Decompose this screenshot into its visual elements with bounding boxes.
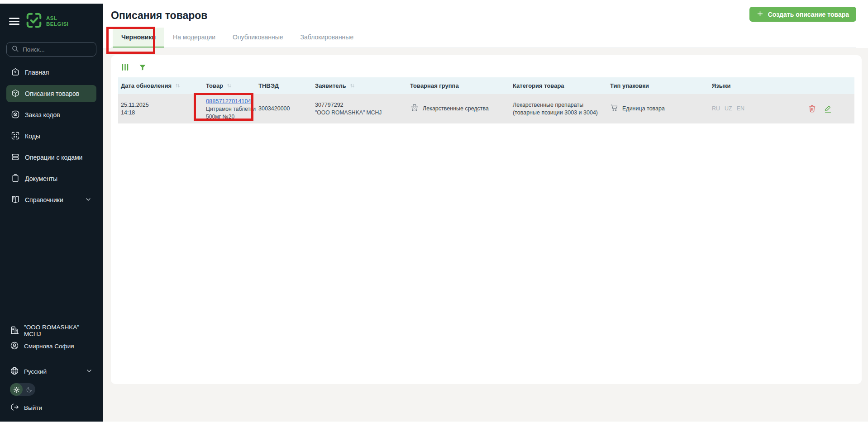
cell-applicant: 307797292 "OOO ROMASHKA" MCHJ: [312, 98, 407, 119]
table-row[interactable]: 25.11.2025 14:18 08857127014104 Цитрамон…: [118, 94, 854, 123]
edit-icon[interactable]: [824, 104, 832, 113]
cell-product-group: Лекарственные средства: [407, 100, 510, 118]
user-icon: [10, 341, 19, 351]
column-header-product[interactable]: Товар: [203, 82, 256, 89]
dots-grid-icon: [11, 131, 20, 142]
language-badge-uz: UZ: [725, 105, 732, 113]
product-name: Цитрамон таблетки 500мг №20: [206, 105, 257, 120]
company-name: "OOO ROMASHKA" MCHJ: [24, 324, 93, 337]
column-header-languages: Языки: [709, 82, 807, 89]
light-theme-sun-icon[interactable]: [10, 383, 23, 396]
search-icon: [11, 45, 19, 54]
app-screenshot: ASL BELGISI Главная Описания то: [0, 0, 868, 427]
sidebar-item-code-orders[interactable]: Заказ кодов: [6, 106, 96, 123]
logout-icon: [10, 403, 19, 413]
chevron-down-icon: [86, 367, 93, 376]
row-date: 25.11.2025: [121, 101, 199, 109]
column-header-package-type: Тип упаковки: [607, 82, 709, 89]
app-frame: ASL BELGISI Главная Описания то: [0, 4, 868, 422]
company-item[interactable]: "OOO ROMASHKA" MCHJ: [6, 323, 96, 338]
language-selector[interactable]: Русский: [6, 364, 96, 379]
search-input[interactable]: [23, 46, 91, 53]
plus-icon: [757, 10, 763, 19]
sidebar-item-directories[interactable]: Справочники: [6, 191, 96, 209]
cart-icon: [610, 104, 619, 114]
sidebar-header: ASL BELGISI: [6, 10, 96, 31]
cell-category: Лекарственные препараты (товарные позици…: [510, 98, 607, 120]
theme-toggle[interactable]: [10, 383, 35, 396]
logo-text: ASL BELGISI: [46, 15, 69, 27]
sort-icon[interactable]: [175, 83, 181, 89]
tab-on-moderation[interactable]: На модерации: [164, 28, 224, 47]
language-badge-en: EN: [737, 105, 744, 113]
columns-settings-icon[interactable]: [121, 63, 129, 71]
package-type-label: Единица товара: [622, 105, 665, 113]
create-button-label: Создать описание товара: [768, 11, 849, 18]
table-toolbar: [118, 62, 854, 77]
language-badge-ru: RU: [712, 105, 720, 113]
tab-published[interactable]: Опубликованные: [224, 28, 291, 47]
sidebar-item-codes[interactable]: Коды: [6, 128, 96, 145]
sidebar-item-product-descriptions[interactable]: Описания товаров: [6, 85, 96, 102]
sidebar-item-label: Заказ кодов: [25, 111, 60, 119]
open-book-icon: [11, 195, 20, 205]
column-header-date[interactable]: Дата обновления: [118, 82, 203, 89]
chevron-down-icon: [85, 196, 92, 204]
table-header-row: Дата обновления Товар ТНВЭД Заявитель: [118, 77, 854, 94]
page-title: Описания товаров: [111, 9, 856, 22]
hamburger-menu-icon[interactable]: [9, 18, 19, 24]
user-name: Смирнова София: [24, 343, 74, 350]
sidebar-item-label: Главная: [25, 69, 49, 76]
cell-date: 25.11.2025 14:18: [118, 98, 203, 120]
tab-blocked[interactable]: Заблокированные: [292, 28, 362, 47]
sidebar-item-label: Описания товаров: [25, 90, 79, 97]
applicant-id: 307797292: [315, 101, 403, 109]
sort-icon[interactable]: [226, 83, 232, 89]
medicine-basket-icon: [410, 103, 419, 114]
page-header: Описания товаров Создать описание товара…: [103, 4, 868, 48]
cell-actions: [807, 101, 854, 116]
column-header-applicant[interactable]: Заявитель: [312, 82, 407, 89]
cell-package-type: Единица товара: [607, 100, 709, 118]
stack-icon: [11, 152, 20, 163]
cell-product: 08857127014104 Цитрамон таблетки 500мг №…: [203, 94, 256, 123]
gtin-link[interactable]: 08857127014104: [206, 97, 251, 105]
scan-frame-check-icon: [25, 12, 43, 31]
sidebar: ASL BELGISI Главная Описания то: [0, 4, 103, 422]
filter-icon[interactable]: [138, 63, 147, 71]
dark-theme-moon-icon[interactable]: [23, 386, 35, 393]
column-header-category: Категория товара: [510, 82, 607, 89]
content-area: Дата обновления Товар ТНВЭД Заявитель: [103, 48, 868, 422]
cell-languages: RU UZ EN: [709, 102, 807, 116]
cell-tnved: 3003420000: [256, 102, 312, 116]
sidebar-item-label: Коды: [25, 133, 40, 140]
language-label: Русский: [24, 368, 47, 375]
logout-item[interactable]: Выйти: [6, 400, 96, 415]
building-icon: [10, 326, 19, 336]
column-header-tnved: ТНВЭД: [256, 82, 312, 89]
tab-bar: Черновики На модерации Опубликованные За…: [111, 28, 856, 48]
sidebar-nav: Главная Описания товаров Заказ кодов Код…: [6, 64, 96, 209]
sidebar-item-home[interactable]: Главная: [6, 64, 96, 81]
sidebar-item-documents[interactable]: Документы: [6, 170, 96, 187]
sidebar-search[interactable]: [6, 42, 96, 57]
tab-drafts[interactable]: Черновики: [113, 28, 164, 47]
sidebar-item-label: Операции с кодами: [25, 154, 82, 161]
sidebar-item-label: Справочники: [25, 196, 63, 204]
table-card: Дата обновления Товар ТНВЭД Заявитель: [111, 55, 862, 384]
column-header-product-group: Товарная группа: [407, 82, 510, 89]
app-logo: ASL BELGISI: [25, 12, 69, 31]
globe-icon: [10, 366, 19, 377]
delete-icon[interactable]: [808, 104, 816, 113]
sort-icon[interactable]: [349, 83, 355, 89]
row-time: 14:18: [121, 109, 199, 117]
product-group-label: Лекарственные средства: [423, 105, 489, 113]
applicant-name: "OOO ROMASHKA" MCHJ: [315, 109, 403, 116]
sidebar-item-code-operations[interactable]: Операции с кодами: [6, 149, 96, 166]
home-icon: [11, 67, 20, 78]
clipboard-icon: [11, 174, 20, 184]
main-area: Описания товаров Создать описание товара…: [103, 4, 868, 422]
logout-label: Выйти: [24, 404, 42, 411]
user-item[interactable]: Смирнова София: [6, 338, 96, 354]
create-product-description-button[interactable]: Создать описание товара: [749, 7, 856, 22]
